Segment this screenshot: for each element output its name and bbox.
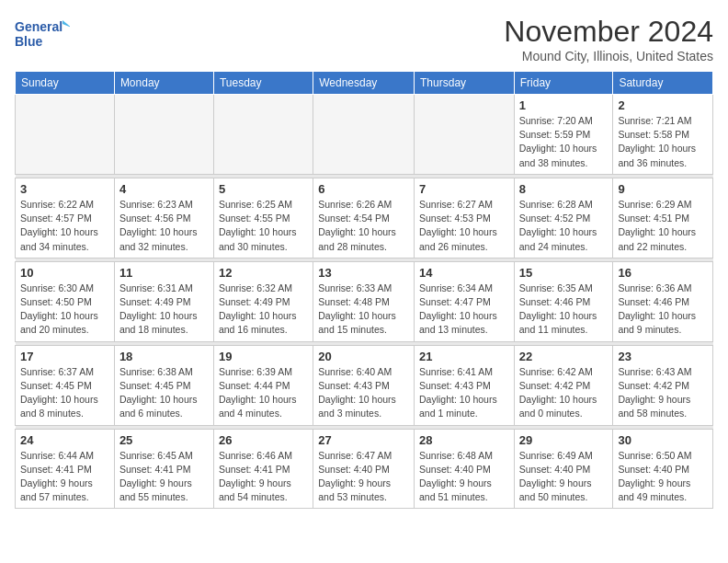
calendar-cell: 4Sunrise: 6:23 AMSunset: 4:56 PMDaylight…: [114, 178, 213, 258]
calendar-cell: 18Sunrise: 6:38 AMSunset: 4:45 PMDayligh…: [114, 345, 213, 425]
svg-text:General: General: [15, 19, 63, 34]
calendar-cell: 21Sunrise: 6:41 AMSunset: 4:43 PMDayligh…: [415, 345, 515, 425]
day-info: Sunrise: 6:31 AMSunset: 4:49 PMDaylight:…: [119, 282, 209, 338]
day-number: 7: [419, 182, 509, 196]
day-info: Sunrise: 6:42 AMSunset: 4:42 PMDaylight:…: [519, 365, 609, 421]
day-info: Sunrise: 6:43 AMSunset: 4:42 PMDaylight:…: [618, 365, 708, 421]
day-number: 25: [119, 433, 209, 447]
calendar-cell: 30Sunrise: 6:50 AMSunset: 4:40 PMDayligh…: [613, 429, 713, 509]
calendar-cell: 7Sunrise: 6:27 AMSunset: 4:53 PMDaylight…: [415, 178, 515, 258]
day-info: Sunrise: 6:27 AMSunset: 4:53 PMDaylight:…: [419, 198, 509, 254]
day-number: 27: [318, 433, 409, 447]
day-info: Sunrise: 6:29 AMSunset: 4:51 PMDaylight:…: [618, 198, 708, 254]
day-number: 6: [318, 182, 409, 196]
calendar-cell: 25Sunrise: 6:45 AMSunset: 4:41 PMDayligh…: [114, 429, 213, 509]
weekday-header-sunday: Sunday: [16, 72, 115, 95]
weekday-header-saturday: Saturday: [613, 72, 713, 95]
calendar-cell: 19Sunrise: 6:39 AMSunset: 4:44 PMDayligh…: [213, 345, 313, 425]
day-number: 4: [119, 182, 209, 196]
day-number: 23: [618, 350, 708, 363]
calendar-cell: 8Sunrise: 6:28 AMSunset: 4:52 PMDaylight…: [514, 178, 613, 258]
calendar-cell: [213, 95, 313, 175]
day-number: 12: [219, 266, 308, 280]
calendar-cell: 24Sunrise: 6:44 AMSunset: 4:41 PMDayligh…: [16, 429, 115, 509]
day-number: 14: [419, 266, 509, 280]
day-number: 15: [519, 266, 609, 280]
day-number: 28: [419, 433, 509, 447]
calendar-cell: 5Sunrise: 6:25 AMSunset: 4:55 PMDaylight…: [213, 178, 313, 258]
day-number: 26: [219, 433, 308, 447]
weekday-header-thursday: Thursday: [415, 72, 515, 95]
day-info: Sunrise: 6:41 AMSunset: 4:43 PMDaylight:…: [419, 365, 509, 421]
day-number: 19: [219, 350, 308, 363]
calendar-cell: 20Sunrise: 6:40 AMSunset: 4:43 PMDayligh…: [313, 345, 415, 425]
calendar-cell: 23Sunrise: 6:43 AMSunset: 4:42 PMDayligh…: [613, 345, 713, 425]
day-info: Sunrise: 6:22 AMSunset: 4:57 PMDaylight:…: [20, 198, 109, 254]
day-info: Sunrise: 6:23 AMSunset: 4:56 PMDaylight:…: [119, 198, 209, 254]
title-area: November 2024 Mound City, Illinois, Unit…: [504, 15, 713, 63]
calendar: SundayMondayTuesdayWednesdayThursdayFrid…: [15, 71, 713, 509]
calendar-cell: 6Sunrise: 6:26 AMSunset: 4:54 PMDaylight…: [313, 178, 415, 258]
day-info: Sunrise: 6:26 AMSunset: 4:54 PMDaylight:…: [318, 198, 409, 254]
weekday-header-row: SundayMondayTuesdayWednesdayThursdayFrid…: [16, 72, 713, 95]
calendar-cell: 16Sunrise: 6:36 AMSunset: 4:46 PMDayligh…: [613, 261, 713, 341]
day-info: Sunrise: 7:21 AMSunset: 5:58 PMDaylight:…: [618, 114, 708, 170]
calendar-cell: 29Sunrise: 6:49 AMSunset: 4:40 PMDayligh…: [514, 429, 613, 509]
calendar-cell: 14Sunrise: 6:34 AMSunset: 4:47 PMDayligh…: [415, 261, 515, 341]
calendar-cell: 26Sunrise: 6:46 AMSunset: 4:41 PMDayligh…: [213, 429, 313, 509]
day-info: Sunrise: 6:37 AMSunset: 4:45 PMDaylight:…: [20, 365, 109, 421]
header: General Blue November 2024 Mound City, I…: [15, 15, 713, 63]
day-info: Sunrise: 6:25 AMSunset: 4:55 PMDaylight:…: [219, 198, 308, 254]
day-number: 24: [20, 433, 109, 447]
day-info: Sunrise: 6:45 AMSunset: 4:41 PMDaylight:…: [119, 449, 209, 505]
day-number: 18: [119, 350, 209, 363]
calendar-cell: 9Sunrise: 6:29 AMSunset: 4:51 PMDaylight…: [613, 178, 713, 258]
logo: General Blue: [15, 15, 70, 52]
day-info: Sunrise: 6:32 AMSunset: 4:49 PMDaylight:…: [219, 282, 308, 338]
day-info: Sunrise: 6:44 AMSunset: 4:41 PMDaylight:…: [20, 449, 109, 505]
day-info: Sunrise: 6:50 AMSunset: 4:40 PMDaylight:…: [618, 449, 708, 505]
location-title: Mound City, Illinois, United States: [504, 49, 713, 63]
calendar-cell: 28Sunrise: 6:48 AMSunset: 4:40 PMDayligh…: [415, 429, 515, 509]
day-info: Sunrise: 6:36 AMSunset: 4:46 PMDaylight:…: [618, 282, 708, 338]
day-number: 11: [119, 266, 209, 280]
day-number: 22: [519, 350, 609, 363]
day-info: Sunrise: 6:39 AMSunset: 4:44 PMDaylight:…: [219, 365, 308, 421]
calendar-week-3: 17Sunrise: 6:37 AMSunset: 4:45 PMDayligh…: [16, 345, 713, 425]
calendar-cell: 11Sunrise: 6:31 AMSunset: 4:49 PMDayligh…: [114, 261, 213, 341]
calendar-cell: 12Sunrise: 6:32 AMSunset: 4:49 PMDayligh…: [213, 261, 313, 341]
calendar-cell: 27Sunrise: 6:47 AMSunset: 4:40 PMDayligh…: [313, 429, 415, 509]
day-number: 20: [318, 350, 409, 363]
day-info: Sunrise: 6:28 AMSunset: 4:52 PMDaylight:…: [519, 198, 609, 254]
day-info: Sunrise: 6:49 AMSunset: 4:40 PMDaylight:…: [519, 449, 609, 505]
day-number: 3: [20, 182, 109, 196]
calendar-week-1: 3Sunrise: 6:22 AMSunset: 4:57 PMDaylight…: [16, 178, 713, 258]
weekday-header-monday: Monday: [114, 72, 213, 95]
calendar-cell: 15Sunrise: 6:35 AMSunset: 4:46 PMDayligh…: [514, 261, 613, 341]
day-number: 13: [318, 266, 409, 280]
calendar-cell: [114, 95, 213, 175]
weekday-header-friday: Friday: [514, 72, 613, 95]
weekday-header-tuesday: Tuesday: [213, 72, 313, 95]
day-info: Sunrise: 7:20 AMSunset: 5:59 PMDaylight:…: [519, 114, 609, 170]
day-number: 17: [20, 350, 109, 363]
calendar-cell: 2Sunrise: 7:21 AMSunset: 5:58 PMDaylight…: [613, 95, 713, 175]
day-info: Sunrise: 6:33 AMSunset: 4:48 PMDaylight:…: [318, 282, 409, 338]
svg-marker-2: [63, 20, 70, 28]
day-number: 16: [618, 266, 708, 280]
day-number: 10: [20, 266, 109, 280]
weekday-header-wednesday: Wednesday: [313, 72, 415, 95]
day-info: Sunrise: 6:40 AMSunset: 4:43 PMDaylight:…: [318, 365, 409, 421]
svg-text:Blue: Blue: [15, 34, 43, 49]
day-number: 29: [519, 433, 609, 447]
calendar-cell: [313, 95, 415, 175]
day-info: Sunrise: 6:46 AMSunset: 4:41 PMDaylight:…: [219, 449, 308, 505]
calendar-cell: 3Sunrise: 6:22 AMSunset: 4:57 PMDaylight…: [16, 178, 115, 258]
day-info: Sunrise: 6:30 AMSunset: 4:50 PMDaylight:…: [20, 282, 109, 338]
day-number: 2: [618, 98, 708, 112]
day-info: Sunrise: 6:35 AMSunset: 4:46 PMDaylight:…: [519, 282, 609, 338]
day-info: Sunrise: 6:48 AMSunset: 4:40 PMDaylight:…: [419, 449, 509, 505]
day-number: 30: [618, 433, 708, 447]
day-number: 5: [219, 182, 308, 196]
day-number: 1: [519, 98, 609, 112]
